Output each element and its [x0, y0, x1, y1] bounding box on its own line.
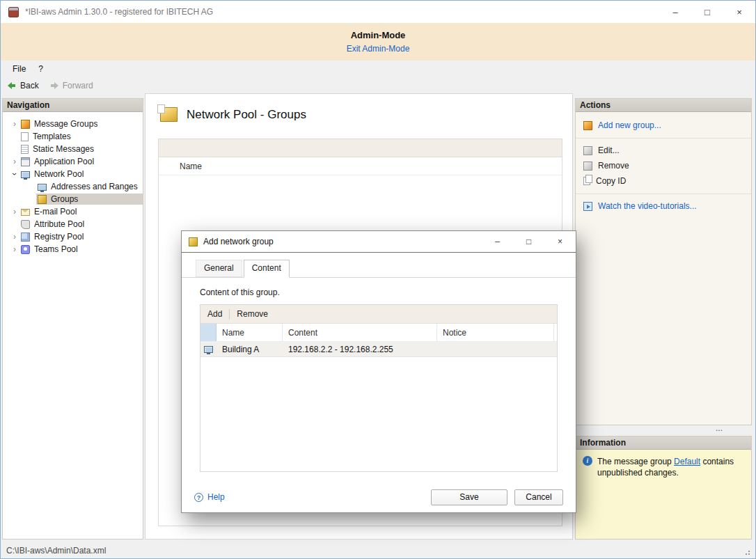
- tree-item-row[interactable]: Addresses and Ranges: [36, 181, 143, 192]
- action-item[interactable]: Watch the video-tutorials...: [576, 198, 751, 214]
- tree-item-row[interactable]: Network Pool: [19, 168, 143, 180]
- close-button[interactable]: ×: [723, 1, 755, 23]
- tree-item-icon: [38, 184, 47, 191]
- tree-item-label: Static Messages: [33, 144, 94, 154]
- tree-item[interactable]: Addresses and Ranges: [3, 180, 143, 193]
- maximize-button[interactable]: □: [691, 1, 723, 23]
- tree-item-row[interactable]: E-mail Pool: [19, 206, 143, 217]
- tree-item-row[interactable]: Message Groups: [19, 118, 143, 129]
- action-item-icon: [583, 146, 592, 155]
- tree-item[interactable]: Message Groups: [3, 118, 143, 130]
- back-button[interactable]: Back: [8, 81, 39, 90]
- groups-list-name-column[interactable]: Name: [180, 162, 202, 171]
- tree-item-row[interactable]: Templates: [19, 131, 143, 142]
- dialog-minimize-button[interactable]: –: [482, 231, 513, 252]
- action-item[interactable]: Copy ID: [576, 173, 751, 194]
- tree-expander-icon[interactable]: [10, 208, 19, 215]
- tree-item-icon: [21, 157, 30, 166]
- action-item-icon: [583, 162, 592, 171]
- information-body: The message group Default contains unpub…: [576, 450, 751, 485]
- add-button[interactable]: Add: [207, 309, 222, 319]
- dialog-titlebar[interactable]: Add network group – □ ×: [182, 231, 576, 252]
- tree-expander-icon[interactable]: [10, 233, 19, 240]
- dialog-icon: [189, 237, 198, 246]
- tree-expander-icon[interactable]: [10, 246, 19, 253]
- row-notice-cell: [437, 342, 554, 356]
- dialog-description: Content of this group.: [200, 288, 558, 297]
- table-header-content[interactable]: Content: [283, 324, 437, 341]
- actions-header: Actions: [576, 99, 751, 112]
- tree-item[interactable]: Network Pool: [3, 168, 143, 180]
- table-rows: Building A 192.168.2.2 - 192.168.2.255: [200, 342, 557, 357]
- tree-item-icon: [21, 171, 30, 178]
- resize-grip-icon[interactable]: [748, 551, 750, 552]
- tree-item-icon: [21, 120, 30, 129]
- table-header-filler: [554, 324, 560, 341]
- exit-admin-mode-link[interactable]: Exit Admin-Mode: [347, 44, 410, 54]
- action-item[interactable]: Add new group...: [576, 118, 751, 139]
- tree-expander-icon[interactable]: [10, 158, 19, 165]
- menu-item[interactable]: File: [6, 63, 32, 75]
- tree-item-row[interactable]: Groups: [36, 194, 143, 205]
- tree-item[interactable]: Templates: [3, 130, 143, 143]
- tree-item-row[interactable]: Attribute Pool: [19, 219, 143, 230]
- panel-splitter[interactable]: ...: [575, 425, 752, 436]
- forward-label: Forward: [63, 81, 93, 90]
- help-link[interactable]: Help: [194, 492, 225, 502]
- dialog-maximize-button[interactable]: □: [513, 231, 544, 252]
- dialog-tab[interactable]: General: [196, 260, 242, 277]
- tree-item-row[interactable]: Registry Pool: [19, 231, 143, 242]
- navigation-tree: Message Groups Templates: [3, 112, 143, 539]
- tree-item-label: Teams Pool: [34, 244, 78, 254]
- page-title-row: Network Pool - Groups: [145, 94, 572, 122]
- tree-item-row[interactable]: Static Messages: [19, 143, 143, 155]
- navigation-toolbar: Back Forward: [1, 77, 755, 93]
- tree-item[interactable]: Static Messages: [3, 143, 143, 155]
- forward-button[interactable]: Forward: [50, 81, 93, 90]
- tree-item-label: Message Groups: [34, 119, 97, 129]
- tree-item[interactable]: E-mail Pool: [3, 205, 143, 218]
- minimize-button[interactable]: –: [659, 1, 691, 23]
- actions-list: Add new group... Edit... Remove: [576, 112, 751, 214]
- network-group-item-icon: [204, 346, 213, 353]
- dialog-tab[interactable]: Content: [244, 260, 290, 278]
- cancel-button[interactable]: Cancel: [514, 489, 563, 505]
- window-title: *IBI-aws Admin 1.30.0 - registered for I…: [25, 7, 213, 17]
- dialog-close-button[interactable]: ×: [544, 231, 576, 252]
- table-header-icon-cell[interactable]: [200, 324, 216, 341]
- menu-item[interactable]: ?: [32, 63, 49, 75]
- action-item[interactable]: Remove: [576, 158, 751, 173]
- tree-expander-icon[interactable]: [10, 171, 19, 178]
- row-content-cell: 192.168.2.2 - 192.168.2.255: [283, 342, 437, 356]
- action-item-label: Edit...: [598, 145, 620, 155]
- tree-item-row[interactable]: Application Pool: [19, 156, 143, 167]
- table-row[interactable]: Building A 192.168.2.2 - 192.168.2.255: [200, 342, 557, 357]
- action-item[interactable]: Edit...: [576, 143, 751, 158]
- add-network-group-dialog: Add network group – □ × General Content …: [181, 230, 576, 513]
- table-header-notice[interactable]: Notice: [437, 324, 554, 341]
- tree-item[interactable]: Application Pool: [3, 155, 143, 168]
- action-item-icon: [583, 177, 590, 185]
- actions-panel: Actions Add new group... Edit...: [575, 98, 752, 425]
- splitter-grip[interactable]: ...: [716, 425, 723, 432]
- row-filler-cell: [554, 342, 560, 356]
- group-content-table: Add Remove Name Content Notice: [200, 304, 558, 472]
- tree-expander-icon[interactable]: [10, 120, 19, 127]
- tree-item-icon: [21, 132, 29, 141]
- tree-item-label: Groups: [51, 194, 78, 204]
- information-panel: Information The message group Default co…: [575, 436, 752, 540]
- information-header: Information: [576, 436, 751, 450]
- tree-item-icon: [21, 233, 30, 242]
- right-column: Actions Add new group... Edit...: [575, 98, 752, 540]
- save-button[interactable]: Save: [431, 489, 507, 505]
- tree-item[interactable]: Attribute Pool: [3, 218, 143, 230]
- default-group-link[interactable]: Default: [674, 457, 700, 466]
- tree-item[interactable]: Groups: [3, 193, 143, 205]
- tree-item[interactable]: Teams Pool: [3, 243, 143, 255]
- remove-button[interactable]: Remove: [237, 309, 268, 319]
- window-controls: – □ ×: [659, 1, 755, 23]
- tree-item[interactable]: Registry Pool: [3, 230, 143, 243]
- table-header-name[interactable]: Name: [216, 324, 283, 341]
- navigation-panel: Navigation Message Groups: [2, 98, 143, 540]
- tree-item-row[interactable]: Teams Pool: [19, 244, 143, 255]
